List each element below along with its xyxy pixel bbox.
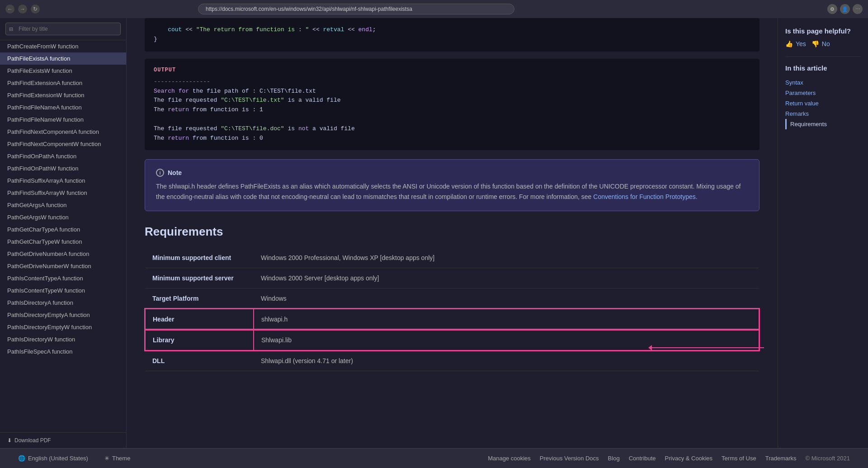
no-button[interactable]: 👎 No [811,40,830,47]
theme-icon: ✳ [104,455,109,462]
req-label: DLL [145,350,254,371]
filter-input[interactable] [5,23,121,35]
helpful-title: Is this page helpful? [785,27,861,35]
req-value: Shlwapi.dll (version 4.71 or later) [254,350,759,371]
main-content: cout << "The return from function is : "… [127,18,778,448]
sidebar-item[interactable]: PathFindFileNameA function [0,101,126,113]
footer-link-item[interactable]: Contribute [629,455,656,462]
req-label: Minimum supported server [145,268,254,288]
req-label: Header [145,309,254,330]
right-panel: Is this page helpful? 👍 Yes 👎 No In this… [778,18,868,448]
sidebar-item[interactable]: PathFindNextComponentW function [0,138,126,150]
footer-theme[interactable]: ✳ Theme [104,455,130,462]
red-arrow-annotation [651,347,764,348]
footer-link-item[interactable]: Terms of Use [722,455,756,462]
output-dashes: ---------------- [154,77,750,87]
sidebar-item[interactable]: PathFindExtensionW function [0,89,126,101]
sidebar-item[interactable]: PathFindNextComponentA function [0,126,126,138]
sidebar-item[interactable]: PathFindSuffixArrayA function [0,175,126,187]
toc-item[interactable]: Requirements [785,119,861,129]
toc-item[interactable]: Syntax [785,77,861,88]
requirements-table-container: Minimum supported clientWindows 2000 Pro… [145,248,760,371]
output-line-3: The return from function is : 1 [154,105,750,115]
sidebar-item[interactable]: PathIsContentTypeA function [0,272,126,284]
sidebar-item[interactable]: PathFindSuffixArrayW function [0,187,126,199]
sidebar-item[interactable]: PathGetArgsW function [0,211,126,223]
browser-toolbar: ⚙ 👤 ⋯ [827,4,863,14]
req-label: Target Platform [145,288,254,309]
footer-link-item[interactable]: Privacy & Cookies [665,455,712,462]
note-box: i Note The shlwapi.h header defines Path… [145,159,760,211]
footer: 🌐 English (United States) ✳ Theme Manage… [0,448,868,468]
sidebar-item[interactable]: PathIsFileSpecA function [0,345,126,358]
in-this-article-title: In this article [785,64,861,72]
output-block: OUTPUT ---------------- Search for the f… [145,59,760,151]
output-line-1: Search for the file path of : C:\TEST\fi… [154,87,750,96]
divider [785,57,861,57]
requirements-title: Requirements [145,225,760,239]
note-text: The shlwapi.h header defines PathFileExi… [156,181,748,202]
sidebar-item[interactable]: PathIsDirectoryA function [0,297,126,309]
thumbs-up-icon: 👍 [785,40,793,47]
sidebar-filter-area: ⊟ [0,18,126,40]
sidebar-item[interactable]: PathIsDirectoryEmptyW function [0,321,126,333]
forward-button[interactable]: → [18,5,27,14]
filter-icon: ⊟ [9,26,13,32]
output-line-5: The return from function is : 0 [154,134,750,143]
code-block-top: cout << "The return from function is : "… [145,18,760,52]
refresh-button[interactable]: ↻ [31,5,40,14]
sidebar-item[interactable]: PathFileExistsA function [0,52,126,65]
address-bar[interactable] [198,4,514,14]
req-table-row: Target PlatformWindows [145,288,759,309]
sidebar-item[interactable]: PathFindOnPathW function [0,162,126,175]
toc-item[interactable]: Parameters [785,88,861,98]
note-link[interactable]: Conventions for Function Prototypes. [593,193,697,200]
sidebar-item[interactable]: PathGetDriveNumberA function [0,248,126,260]
output-line-2: The file requested "C:\TEST\file.txt" is… [154,96,750,105]
note-title: i Note [156,169,748,177]
profile-icon: 👤 [840,4,850,14]
sidebar-item[interactable]: PathFindOnPathA function [0,150,126,162]
req-table-row: Headershlwapi.h [145,309,759,330]
sidebar: ⊟ PathCreateFromW functionPathFileExists… [0,18,127,448]
info-icon: i [156,169,164,177]
req-label: Library [145,330,254,350]
req-table-row: Minimum supported clientWindows 2000 Pro… [145,248,759,268]
browser-chrome: ← → ↻ ⚙ 👤 ⋯ [0,0,868,18]
download-icon: ⬇ [7,437,12,444]
yes-button[interactable]: 👍 Yes [785,40,806,47]
extensions-icon: ⚙ [827,4,837,14]
thumbs-down-icon: 👎 [811,40,819,47]
download-pdf-button[interactable]: ⬇ Download PDF [0,432,126,448]
code-line-2: } [154,35,750,44]
output-label: OUTPUT [154,66,750,75]
footer-link-item[interactable]: Previous Version Docs [540,455,599,462]
toc-item[interactable]: Remarks [785,109,861,119]
toc-item[interactable]: Return value [785,98,861,109]
toc-list: SyntaxParametersReturn valueRemarksRequi… [785,77,861,129]
sidebar-item[interactable]: PathGetArgsA function [0,199,126,211]
footer-language: 🌐 English (United States) [18,455,88,462]
footer-links: Manage cookiesPrevious Version DocsBlogC… [488,455,796,462]
sidebar-item[interactable]: PathIsDirectoryEmptyA function [0,309,126,321]
sidebar-list: PathCreateFromW functionPathFileExistsA … [0,40,126,432]
globe-icon: 🌐 [18,455,25,462]
sidebar-item[interactable]: PathGetCharTypeA function [0,223,126,236]
footer-link-item[interactable]: Manage cookies [488,455,531,462]
req-value: Windows 2000 Professional, Windows XP [d… [254,248,759,268]
sidebar-item[interactable]: PathCreateFromW function [0,40,126,52]
helpful-buttons: 👍 Yes 👎 No [785,40,861,47]
sidebar-item[interactable]: PathGetCharTypeW function [0,236,126,248]
output-line-4: The file requested "C:\TEST\file.doc" is… [154,124,750,134]
footer-link-item[interactable]: Blog [608,455,620,462]
sidebar-item[interactable]: PathIsContentTypeW function [0,284,126,297]
sidebar-item[interactable]: PathFileExistsW function [0,65,126,77]
footer-link-item[interactable]: Trademarks [765,455,797,462]
sidebar-item[interactable]: PathFindExtensionA function [0,77,126,89]
sidebar-item[interactable]: PathGetDriveNumberW function [0,260,126,272]
back-button[interactable]: ← [5,5,14,14]
footer-copyright: © Microsoft 2021 [806,455,850,462]
req-table-row: DLLShlwapi.dll (version 4.71 or later) [145,350,759,371]
sidebar-item[interactable]: PathIsDirectoryW function [0,333,126,345]
sidebar-item[interactable]: PathFindFileNameW function [0,113,126,126]
